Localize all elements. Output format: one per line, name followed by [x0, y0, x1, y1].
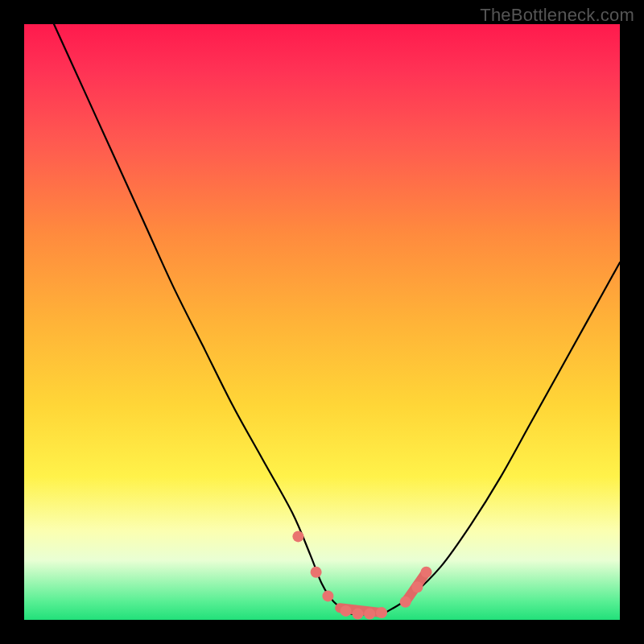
curve-svg	[24, 24, 620, 620]
marker-dot	[341, 605, 352, 617]
marker-dot	[400, 597, 411, 608]
marker-dot	[421, 567, 432, 578]
watermark-text: TheBottleneck.com	[480, 5, 634, 26]
marker-dot	[311, 567, 322, 578]
marker-dot	[322, 590, 333, 601]
plot-area	[24, 24, 620, 620]
marker-dot	[411, 581, 423, 592]
marker-dot	[352, 609, 363, 620]
bottleneck-curve	[54, 24, 620, 615]
marker-dot	[364, 609, 375, 620]
chart-frame: TheBottleneck.com	[0, 0, 644, 644]
marker-dot	[376, 607, 387, 618]
marker-segments	[340, 572, 426, 613]
marker-dot	[292, 530, 303, 542]
